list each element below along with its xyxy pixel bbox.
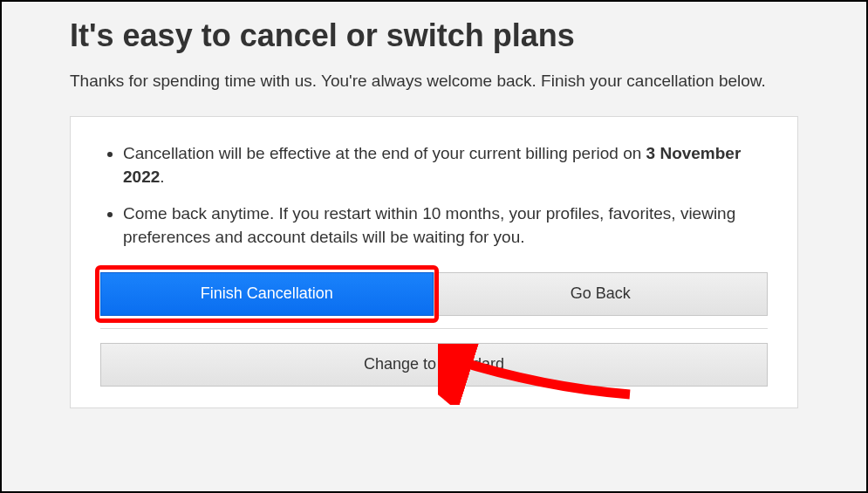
cancellation-card: Cancellation will be effective at the en… xyxy=(70,116,798,408)
info-list: Cancellation will be effective at the en… xyxy=(100,141,768,250)
main-content: It's easy to cancel or switch plans Than… xyxy=(2,2,866,408)
finish-cancellation-button[interactable]: Finish Cancellation xyxy=(100,272,434,316)
change-to-standard-button[interactable]: Change to Standard xyxy=(100,343,768,387)
bullet-text-suffix: . xyxy=(160,168,164,186)
bullet-effective-date: Cancellation will be effective at the en… xyxy=(123,141,768,189)
go-back-button[interactable]: Go Back xyxy=(434,272,769,316)
bullet-come-back: Come back anytime. If you restart within… xyxy=(123,202,768,250)
page-subtitle: Thanks for spending time with us. You're… xyxy=(70,70,798,93)
bullet-text-prefix: Cancellation will be effective at the en… xyxy=(123,144,646,162)
divider xyxy=(100,328,768,329)
page-title: It's easy to cancel or switch plans xyxy=(70,17,798,54)
primary-button-row: Finish Cancellation Go Back xyxy=(100,272,768,316)
